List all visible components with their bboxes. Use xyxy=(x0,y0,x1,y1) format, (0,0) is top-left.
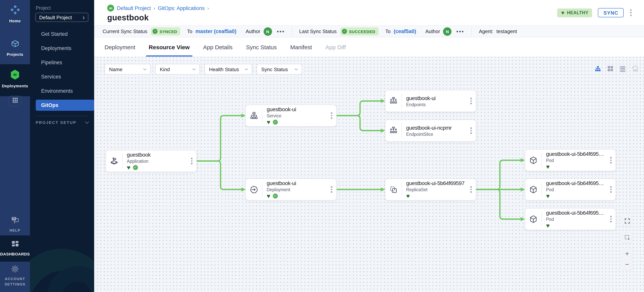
node-menu-kebab[interactable] xyxy=(606,150,616,171)
node-kind: Pod xyxy=(546,187,606,192)
app-window: Home Projects ∞ Deployments ? HELP xyxy=(0,0,644,292)
zoom-in-button[interactable]: + xyxy=(622,248,632,259)
node-name: guestbook-ui xyxy=(406,95,466,101)
node-menu-kebab[interactable] xyxy=(466,179,476,200)
node-menu-kebab[interactable] xyxy=(606,208,616,230)
fit-view-button[interactable] xyxy=(622,215,632,226)
healthy-heart-icon: ♥ xyxy=(406,193,410,199)
breadcrumb-applications-link[interactable]: GitOps: Applications xyxy=(158,5,204,11)
breadcrumb: ∞ Default Project › GitOps: Applications… xyxy=(107,5,209,12)
commit-more-kebab[interactable] xyxy=(276,30,285,33)
sidebar-item-gitops[interactable]: GitOps xyxy=(36,100,94,111)
tab-manifest[interactable]: Manifest xyxy=(290,37,312,57)
resource-tree-canvas[interactable]: Name Kind Health Status Sync Status xyxy=(94,57,644,292)
node-replicaset-guestbook-ui-5b64f69597[interactable]: guestbook-ui-5b64f69597 ReplicaSet ♥ ✓ xyxy=(385,178,476,200)
last-sync-status-label: Last Sync Status xyxy=(299,29,336,34)
author-label: Author xyxy=(425,29,440,34)
tab-sync-status[interactable]: Sync Status xyxy=(246,37,277,57)
svg-text:∞: ∞ xyxy=(13,72,17,77)
chevron-right-icon: › xyxy=(83,14,84,21)
rail-projects-label: Projects xyxy=(7,52,23,57)
check-circle-icon: ✓ xyxy=(342,29,347,34)
rail-item-deployments[interactable]: ∞ Deployments xyxy=(0,69,30,88)
healthy-heart-icon: ♥ xyxy=(546,193,550,199)
project-label: Project xyxy=(36,6,51,11)
harness-logo-icon xyxy=(10,5,20,17)
rail-item-dashboards[interactable]: DASHBOARDS xyxy=(0,240,30,256)
project-selector[interactable]: Default Project › xyxy=(35,13,88,22)
node-menu-kebab[interactable] xyxy=(606,179,616,200)
rail-help-label: HELP xyxy=(10,228,20,233)
projects-box-icon xyxy=(10,39,20,50)
resource-tree-edges xyxy=(94,57,644,292)
node-name: guestbook-ui-ncpmr xyxy=(406,124,466,131)
tab-resource-view[interactable]: Resource View xyxy=(149,37,190,57)
node-application-guestbook[interactable]: guestbook Application ♥ ✓ xyxy=(106,150,197,172)
rail-item-projects[interactable]: Projects xyxy=(0,39,30,57)
healthy-heart-icon: ♥ xyxy=(127,165,130,170)
rail-account-label-1: ACCOUNT xyxy=(5,276,25,281)
node-pod-3[interactable]: guestbook-ui-5b64f6959... Pod ♥ ✓ xyxy=(525,208,616,230)
node-pod-1[interactable]: guestbook-ui-5b64f6959... Pod ♥ ✓ xyxy=(525,149,616,171)
project-sidebar: Project Default Project › Get Started De… xyxy=(30,0,94,292)
zoom-controls: + − xyxy=(622,248,632,270)
deployment-icon xyxy=(246,179,262,200)
sidebar-item-deployments[interactable]: Deployments xyxy=(30,41,94,55)
rail-item-account-settings[interactable]: ACCOUNT SETTINGS xyxy=(0,265,30,286)
tab-app-details[interactable]: App Details xyxy=(203,37,232,57)
agent-value: testagent xyxy=(496,29,517,34)
breadcrumb-project-link[interactable]: Default Project xyxy=(117,5,151,11)
node-menu-kebab[interactable] xyxy=(466,90,476,112)
node-menu-kebab[interactable] xyxy=(187,150,196,172)
pod-cube-icon xyxy=(525,208,542,230)
replicaset-icon xyxy=(386,179,402,200)
node-pod-2[interactable]: guestbook-ui-5b64f6959... Pod ♥ ✓ xyxy=(525,178,616,200)
rail-item-help[interactable]: ? HELP xyxy=(0,215,30,233)
healthy-heart-icon: ♥ xyxy=(546,164,550,169)
sidebar-item-services[interactable]: Services xyxy=(30,70,94,84)
rail-dashboards-label: DASHBOARDS xyxy=(0,252,30,256)
statusbar-divider xyxy=(472,27,472,36)
sidebar-menu: Get Started Deployments Pipelines Servic… xyxy=(30,27,94,112)
marquee-select-button[interactable] xyxy=(622,232,632,243)
author-label: Author xyxy=(246,29,260,34)
node-name: guestbook-ui-5b64f6959... xyxy=(546,209,606,216)
node-name: guestbook-ui-5b64f6959... xyxy=(546,180,606,186)
last-target-revision-link[interactable]: (ceaf5a0) xyxy=(394,29,416,34)
tab-app-diff[interactable]: App Diff xyxy=(326,37,346,57)
node-endpoints-guestbook-ui[interactable]: guestbook-ui Endpoints ♥ ✓ xyxy=(385,90,476,112)
node-menu-kebab[interactable] xyxy=(327,105,336,126)
commit-more-kebab[interactable] xyxy=(456,30,465,33)
pod-cube-icon xyxy=(525,150,542,171)
tab-deployment[interactable]: Deployment xyxy=(104,37,135,57)
current-target-revision-link[interactable]: master (ceaf5a0) xyxy=(196,29,236,34)
sidebar-item-environments[interactable]: Environments xyxy=(30,84,94,98)
node-kind: Service xyxy=(267,113,326,118)
node-service-guestbook-ui[interactable]: guestbook-ui Service ♥ ✓ xyxy=(246,105,336,127)
node-endpointslice-guestbook-ui-ncpmr[interactable]: guestbook-ui-ncpmr EndpointSlice ♥ ✓ xyxy=(385,120,476,142)
deployments-hexagon-icon: ∞ xyxy=(10,69,20,82)
help-chat-icon: ? xyxy=(10,215,20,226)
endpointslice-icon xyxy=(386,120,402,141)
zoom-out-button[interactable]: − xyxy=(622,259,632,270)
rail-item-home[interactable]: Home xyxy=(0,5,30,23)
synced-badge: ✓ SYNCED xyxy=(151,27,180,35)
page-header: ∞ Default Project › GitOps: Applications… xyxy=(94,0,644,25)
rail-account-label-2: SETTINGS xyxy=(4,282,25,286)
to-label: To xyxy=(187,29,192,34)
module-picker-button[interactable] xyxy=(8,96,22,106)
healthy-heart-icon: ♥ xyxy=(546,223,550,228)
sync-button[interactable]: SYNC xyxy=(598,8,624,17)
project-setup-toggle[interactable]: PROJECT SETUP xyxy=(36,120,88,125)
app-menu-kebab[interactable] xyxy=(630,9,632,17)
endpoints-icon xyxy=(386,90,402,112)
statusbar-divider xyxy=(292,27,292,36)
project-setup-label: PROJECT SETUP xyxy=(36,120,76,125)
marquee-selection-icon xyxy=(624,234,630,241)
sidebar-item-get-started[interactable]: Get Started xyxy=(30,27,94,41)
rail-home-label: Home xyxy=(9,19,21,23)
sidebar-item-pipelines[interactable]: Pipelines xyxy=(30,55,94,70)
node-menu-kebab[interactable] xyxy=(466,120,476,141)
node-deployment-guestbook-ui[interactable]: guestbook-ui Deployment ♥ ✓ xyxy=(246,178,336,200)
node-menu-kebab[interactable] xyxy=(327,179,336,200)
